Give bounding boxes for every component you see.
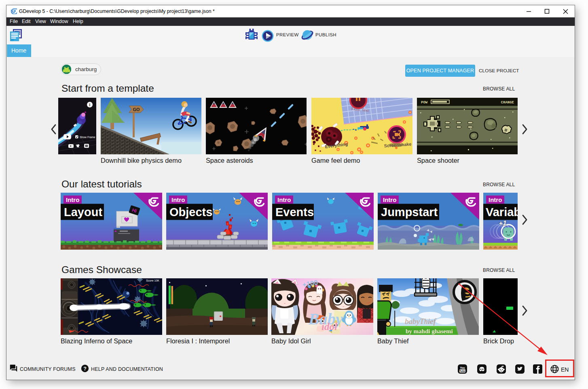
svg-text:Intro: Intro bbox=[277, 196, 291, 203]
svg-text:i: i bbox=[89, 103, 91, 107]
svg-text:GO: GO bbox=[133, 107, 140, 112]
svg-text:Show Frame: Show Frame bbox=[80, 136, 95, 139]
svg-text:Layout: Layout bbox=[64, 206, 102, 219]
svg-text:Score 10K: Score 10K bbox=[146, 279, 159, 282]
svg-text:Variab: Variab bbox=[486, 206, 518, 219]
svg-text:Objects: Objects bbox=[169, 206, 212, 219]
svg-text:Tube: Tube bbox=[459, 370, 466, 372]
svg-text:You: You bbox=[460, 366, 465, 369]
svg-text:Intro: Intro bbox=[171, 196, 185, 203]
svg-text:Intro: Intro bbox=[383, 196, 396, 203]
svg-text:idol: idol bbox=[321, 321, 337, 332]
svg-text:Intro: Intro bbox=[66, 196, 79, 203]
svg-text:?: ? bbox=[83, 366, 87, 372]
svg-text:CHANGE: CHANGE bbox=[501, 101, 514, 105]
svg-text:Intro: Intro bbox=[489, 196, 502, 203]
svg-text:+1: +1 bbox=[499, 219, 506, 227]
svg-text:Events: Events bbox=[275, 206, 314, 219]
svg-text:POW: POW bbox=[421, 101, 428, 105]
svg-text:by mahdi ghasemi: by mahdi ghasemi bbox=[406, 328, 453, 334]
svg-text:Jumpstart: Jumpstart bbox=[381, 206, 438, 219]
svg-text:babyThief: babyThief bbox=[405, 317, 437, 326]
